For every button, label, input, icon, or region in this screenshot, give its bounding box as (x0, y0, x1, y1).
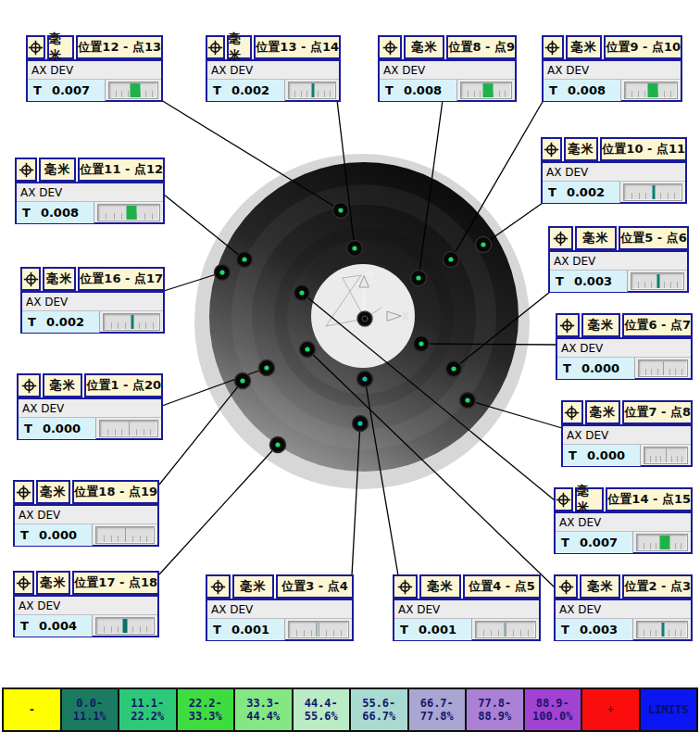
t-label: T (548, 185, 556, 199)
legend-cell: 88.9- 100.0% (523, 687, 583, 732)
deviation-mark (483, 83, 494, 97)
tolerance-value-cell: T0.003 (556, 619, 633, 640)
callout-header: 毫米 位置14 - 点15 (554, 487, 693, 511)
tolerance-value-cell: T0.007 (556, 532, 633, 553)
measurement-callout[interactable]: 毫米 位置6 - 点7 AX DEV T0.000 (556, 313, 693, 380)
callout-body: AX DEV T0.000 (13, 504, 159, 547)
measurement-callout[interactable]: 毫米 位置14 - 点15 AX DEV T0.007 (554, 487, 693, 554)
callout-title: 位置17 - 点18 (72, 571, 159, 595)
measurement-callout[interactable]: 毫米 位置7 - 点8 AX DEV T0.000 (561, 400, 693, 467)
t-label: T (563, 361, 571, 375)
callout-body: AX DEV T0.007 (554, 511, 693, 554)
callout-header: 毫米 位置16 - 点17 (20, 267, 165, 291)
callout-body: AX DEV T0.002 (541, 161, 687, 204)
measured-point (270, 437, 286, 453)
t-label: T (400, 623, 408, 637)
axis-dev-label: AX DEV (544, 61, 681, 80)
measurement-callout[interactable]: 毫米 位置10 - 点11 AX DEV T0.002 (541, 137, 687, 204)
measurement-callout[interactable]: 毫米 位置17 - 点18 AX DEV T0.004 (13, 571, 159, 637)
measured-point (446, 361, 462, 377)
callout-header: 毫米 位置13 - 点14 (206, 35, 341, 59)
callout-body: AX DEV T0.001 (206, 599, 354, 641)
measurement-callout[interactable]: 毫米 位置16 - 点17 AX DEV T0.002 (20, 267, 165, 334)
callout-title: 位置14 - 点15 (606, 487, 693, 511)
deviation-bar (636, 621, 688, 638)
measurement-callout[interactable]: 毫米 位置11 - 点12 AX DEV T0.008 (15, 158, 165, 224)
deviation-mark (316, 623, 318, 637)
callout-title: 位置2 - 点3 (622, 574, 693, 599)
tolerance-value-cell: T0.004 (15, 615, 93, 637)
legend-line1: 0.0- (76, 697, 103, 710)
callout-header: 毫米 位置7 - 点8 (561, 400, 693, 424)
callout-title: 位置1 - 点20 (84, 373, 163, 397)
measurement-callout[interactable]: 毫米 位置13 - 点14 AX DEV T0.002 (206, 35, 341, 102)
unit-label: 毫米 (232, 574, 274, 599)
unit-label: 毫米 (43, 267, 76, 291)
callout-title: 位置4 - 点5 (463, 574, 541, 599)
measurement-callout[interactable]: 毫米 位置3 - 点4 AX DEV T0.001 (206, 574, 354, 641)
measurement-callout[interactable]: 毫米 位置8 - 点9 AX DEV T0.008 (378, 35, 517, 102)
true-position-icon (554, 574, 578, 599)
measured-point (300, 342, 316, 358)
legend-line2: 11.1% (73, 710, 106, 723)
tolerance-value-cell: T0.008 (380, 80, 457, 101)
axis-dev-label: AX DEV (543, 163, 685, 182)
tolerance-value-cell: T0.001 (394, 619, 472, 640)
measurement-callout[interactable]: 毫米 位置12 - 点13 AX DEV T0.007 (26, 35, 163, 102)
axis-dev-label: AX DEV (557, 339, 691, 358)
deviation-bar (638, 359, 688, 377)
callout-title: 位置8 - 点9 (446, 35, 517, 59)
y-axis-label: Y (367, 270, 374, 282)
deviation-bar (475, 621, 536, 638)
legend-cell: + (581, 687, 641, 732)
callout-body: AX DEV T0.003 (554, 599, 693, 641)
legend-cell: 22.2- 33.3% (176, 687, 236, 732)
legend-line1: 66.7- (420, 697, 454, 710)
unit-label: 毫米 (36, 571, 71, 595)
axis-dev-label: AX DEV (563, 426, 691, 445)
unit-label: 毫米 (581, 313, 621, 337)
callout-body: AX DEV T0.002 (20, 291, 165, 334)
measurement-callout[interactable]: 毫米 位置18 - 点19 AX DEV T0.000 (13, 480, 159, 547)
deviation-bar (288, 621, 349, 638)
legend-line1: + (607, 703, 614, 716)
t-value: 0.002 (46, 315, 84, 329)
measurement-callout[interactable]: 毫米 位置2 - 点3 AX DEV T0.003 (554, 574, 693, 641)
callout-body: AX DEV T0.008 (542, 59, 682, 102)
deviation-mark (504, 623, 506, 637)
axis-dev-label: AX DEV (17, 183, 163, 202)
measurement-callout[interactable]: 毫米 位置1 - 点20 AX DEV T0.000 (17, 373, 163, 440)
t-value: 0.008 (568, 83, 606, 97)
legend-line1: - (29, 703, 35, 716)
t-label: T (33, 83, 42, 97)
callout-header: 毫米 位置10 - 点11 (541, 137, 687, 161)
tolerance-value-cell: T0.001 (207, 619, 285, 640)
measurement-callout[interactable]: 毫米 位置5 - 点6 AX DEV T0.003 (548, 226, 689, 293)
measured-point (235, 373, 251, 389)
deviation-mark (656, 274, 659, 288)
measurement-callout[interactable]: 毫米 位置9 - 点10 AX DEV T0.008 (542, 35, 682, 102)
callout-title: 位置13 - 点14 (254, 35, 341, 59)
t-label: T (22, 206, 31, 220)
t-label: T (385, 83, 394, 97)
t-label: T (561, 623, 569, 637)
legend-line1: 33.3- (246, 697, 280, 710)
tolerance-value-cell: T0.008 (544, 80, 621, 101)
measurement-callout[interactable]: 毫米 位置4 - 点5 AX DEV T0.001 (393, 574, 541, 641)
unit-label: 毫米 (404, 35, 444, 59)
tolerance-value-cell: T0.002 (543, 182, 620, 203)
deviation-mark (123, 619, 128, 633)
legend-line1: LIMITS (648, 703, 688, 716)
unit-label: 毫米 (36, 480, 71, 504)
measured-point (444, 252, 459, 268)
measured-point (347, 241, 363, 257)
unit-label: 毫米 (419, 574, 461, 599)
callout-title: 位置6 - 点7 (622, 313, 693, 337)
true-position-icon (13, 480, 34, 504)
t-value: 0.008 (41, 206, 79, 220)
axis-dev-label: AX DEV (28, 61, 161, 80)
leader-line (159, 445, 278, 574)
t-value: 0.003 (580, 623, 618, 637)
axis-dev-label: AX DEV (380, 61, 515, 80)
callout-title: 位置9 - 点10 (604, 35, 682, 59)
